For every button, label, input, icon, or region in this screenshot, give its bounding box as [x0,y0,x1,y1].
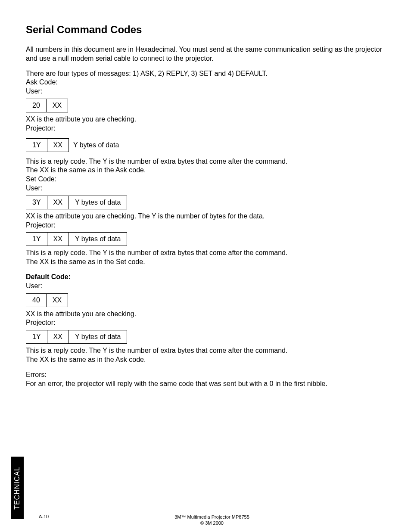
errors-text: For an error, the projector will reply w… [26,380,385,389]
set-user-cell-2: XX [47,196,68,209]
projector-label-2: Projector: [26,221,385,230]
default-code-label: Default Code: [26,273,385,282]
set-user-cell-3: Y bytes of data [68,196,127,209]
set-user-cell-1: 3Y [26,196,47,209]
footer-page-number: A-10 [39,514,49,519]
message-types-line: There are four types of messages: 1) ASK… [26,69,385,78]
set-reply-explain-1: This is a reply code. The Y is the numbe… [26,249,385,258]
default-projector-cell-2: XX [47,330,68,344]
ask-projector-row: 1Y XX Y bytes of data [26,136,385,155]
ask-code-label: Ask Code: [26,78,385,87]
set-user-table: 3Y XX Y bytes of data [26,196,127,209]
reply-explain-1: This is a reply code. The Y is the numbe… [26,157,385,166]
side-tab-label: TECHNICAL [13,467,21,510]
user-label-3: User: [26,282,385,291]
footer-product: 3M™ Multimedia Projector MP8755 [174,514,249,520]
default-reply-explain-2: The XX is the same as in the Ask code. [26,355,385,364]
footer-copyright: © 3M 2000 [174,520,249,526]
page-footer: A-10 3M™ Multimedia Projector MP8755 © 3… [39,512,385,519]
set-projector-cell-1: 1Y [26,233,47,246]
ask-user-cell-2: XX [46,99,68,112]
ask-projector-cell-1: 1Y [26,138,47,152]
xx-checking-text-2: XX is the attribute you are checking. [26,310,385,319]
default-projector-cell-1: 1Y [26,330,47,344]
intro-paragraph: All numbers in this document are in Hexa… [26,45,385,63]
default-user-table: 40 XX [26,293,68,307]
ask-projector-trailing: Y bytes of data [73,141,119,149]
default-user-cell-2: XX [46,293,68,307]
set-explain: XX is the attribute you are checking. Th… [26,212,385,221]
errors-label: Errors: [26,370,385,380]
set-reply-explain-2: The XX is the same as in the Set code. [26,258,385,267]
xx-checking-text: XX is the attribute you are checking. [26,115,385,124]
projector-label: Projector: [26,124,385,133]
set-projector-cell-3: Y bytes of data [68,233,127,246]
set-code-label: Set Code: [26,175,385,184]
ask-user-cell-1: 20 [26,99,47,112]
set-projector-table: 1Y XX Y bytes of data [26,232,127,246]
default-projector-cell-3: Y bytes of data [68,330,127,344]
default-projector-table: 1Y XX Y bytes of data [26,330,127,344]
user-label: User: [26,87,385,96]
projector-label-3: Projector: [26,318,385,327]
set-projector-cell-2: XX [47,233,68,246]
ask-user-table: 20 XX [26,99,68,112]
default-user-cell-1: 40 [26,293,47,307]
reply-explain-2: The XX is the same as in the Ask code. [26,166,385,175]
default-reply-explain-1: This is a reply code. The Y is the numbe… [26,346,385,355]
user-label-2: User: [26,184,385,193]
ask-projector-cell-2: XX [47,138,68,152]
side-tab: TECHNICAL [11,457,24,519]
page-title: Serial Command Codes [26,24,385,36]
